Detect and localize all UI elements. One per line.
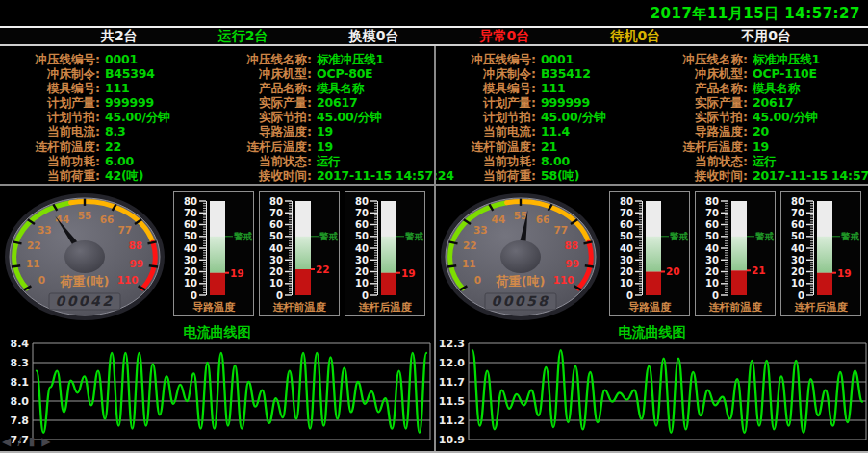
thermo-scale-label: 60 — [355, 219, 369, 230]
status-abnormal: 异常0台 — [480, 28, 530, 45]
thermo-scale-label: 0 — [362, 290, 369, 301]
nav-pencil-icon[interactable]: ∕ — [17, 435, 21, 448]
thermo-green-zone — [210, 237, 225, 273]
gauge-tick-label: 66 — [536, 214, 550, 225]
info-label: 当前电流: — [442, 124, 536, 138]
info-label: 冲床机型: — [212, 66, 312, 81]
thermo-label: 连杆前温度 — [273, 301, 327, 314]
info-value: 999999 — [100, 95, 212, 110]
thermo-scale-label: 20 — [791, 266, 804, 277]
status-bar: 共2台 运行2台 换模0台 异常0台 待机0台 不用0台 — [0, 26, 868, 46]
info-value: 19 — [312, 124, 454, 138]
thermo-green-zone — [646, 237, 661, 272]
thermo-scale-label: 40 — [620, 243, 633, 254]
gauge-tick-label: 55 — [78, 210, 92, 221]
info-label: 当前功耗: — [6, 154, 100, 168]
machine-info: 冲压线编号:0001冲压线名称:标准冲压线1冲床制令:B35412冲床机型:OC… — [436, 46, 868, 186]
gauge-tick-label: 33 — [473, 224, 488, 236]
info-label: 冲压线名称: — [212, 52, 312, 66]
info-label: 连杆后温度: — [648, 139, 748, 154]
thermo-scale-label: 40 — [705, 243, 719, 254]
thermo-scale-label: 40 — [791, 243, 804, 254]
thermo-scale-label: 10 — [791, 278, 804, 289]
nav-back-icon[interactable]: ◀ — [2, 435, 11, 448]
thermo-scale-label: 70 — [269, 208, 283, 218]
thermo-scale-label: 50 — [355, 231, 369, 241]
info-value: 0001 — [536, 52, 648, 66]
thermo-label: 连杆后温度 — [795, 301, 849, 314]
info-label: 当前状态: — [212, 154, 312, 168]
thermometer: 01020304050607080警戒20导路温度 — [609, 191, 690, 316]
thermometer: 01020304050607080警戒21连杆前温度 — [695, 191, 776, 316]
thermo-fill — [381, 273, 396, 295]
thermo-scale-label: 80 — [184, 196, 197, 207]
thermo-warn-label: 警戒 — [404, 231, 424, 241]
info-label: 冲压线编号: — [442, 52, 536, 66]
info-value: 45.00/分钟 — [536, 110, 648, 124]
thermo-scale-label: 40 — [269, 243, 283, 254]
gauge-tick-label: 22 — [463, 239, 477, 251]
gauge-tick-label: 0 — [474, 274, 481, 286]
gauge-tick-label: 0 — [38, 274, 45, 286]
thermo-scale-label: 60 — [269, 219, 283, 230]
nav-forward-icon[interactable]: ▶ — [41, 435, 50, 448]
info-value: 运行 — [748, 154, 868, 168]
gauge-tick-label: 77 — [117, 224, 132, 236]
thermo-scale-label: 60 — [705, 219, 719, 230]
thermo-warn-label: 警戒 — [754, 231, 775, 241]
info-label: 导路温度: — [648, 124, 748, 138]
status-mold-change: 换模0台 — [349, 28, 399, 45]
thermometer: 01020304050607080警戒19连杆后温度 — [780, 191, 861, 316]
gauge-tick-label: 44 — [492, 214, 506, 225]
thermo-scale-label: 50 — [791, 231, 804, 241]
gauge-title: 荷重(吨) — [60, 274, 110, 289]
chart-title: 电流曲线图 — [436, 325, 868, 340]
thermo-scale-label: 60 — [791, 219, 804, 230]
thermo-fill — [731, 270, 747, 295]
current-chart-section: 电流曲线图8.48.38.18.07.87.7 ◀ ∕ ▮ ▶ — [0, 325, 434, 451]
nav-stop-icon[interactable]: ▮ — [29, 435, 36, 448]
gauge-hub — [64, 240, 105, 273]
chart-y-label: 12.3 — [439, 340, 465, 350]
thermo-scale-label: 30 — [355, 255, 369, 265]
thermo-scale-label: 10 — [355, 278, 369, 289]
thermo-fill — [646, 272, 661, 296]
info-label: 当前荷重: — [442, 168, 536, 183]
gauge-tick-label: 11 — [26, 258, 40, 269]
thermometers-row: 01020304050607080警戒20导路温度010203040506070… — [609, 191, 861, 316]
thermo-label: 导路温度 — [192, 301, 236, 314]
thermo-scale-label: 80 — [705, 196, 719, 207]
thermo-fill — [210, 273, 225, 295]
thermo-label: 导路温度 — [628, 301, 672, 314]
gauge-tick-label: 33 — [38, 224, 52, 236]
gauge-tick-label: 110 — [117, 274, 139, 286]
thermo-scale-label: 80 — [269, 196, 283, 207]
chart-y-label: 8.1 — [11, 376, 30, 389]
status-total: 共2台 — [101, 28, 138, 45]
current-line-chart: 12.312.011.711.511.210.9 — [436, 340, 868, 447]
status-unused: 不用0台 — [741, 28, 791, 45]
machine-info: 冲压线编号:0001冲压线名称:标准冲压线1冲床制令:B45394冲床机型:OC… — [0, 46, 434, 186]
machine-info-grid: 冲压线编号:0001冲压线名称:标准冲压线1冲床制令:B35412冲床机型:OC… — [442, 52, 868, 183]
info-label: 实际节拍: — [212, 110, 312, 124]
thermo-warn-label: 警戒 — [840, 231, 860, 241]
thermo-scale-label: 50 — [184, 231, 197, 241]
gauge-tick — [585, 265, 594, 266]
thermo-scale-label: 10 — [620, 278, 633, 289]
gauge-tick-label: 99 — [129, 258, 143, 269]
thermo-value: 19 — [230, 267, 244, 279]
thermo-scale-label: 30 — [269, 255, 283, 265]
gauge-section: 0112233445566778899110荷重(吨)0005801020304… — [436, 186, 868, 325]
thermo-scale-label: 10 — [184, 278, 197, 289]
thermo-scale-label: 30 — [705, 255, 719, 265]
chart-y-label: 11.2 — [439, 415, 465, 427]
info-label: 连杆后温度: — [212, 139, 312, 154]
gauge-tick-label: 77 — [553, 224, 568, 236]
thermo-scale-label: 30 — [791, 255, 804, 265]
info-value: 45.00/分钟 — [312, 110, 454, 124]
info-label: 实际产量: — [648, 95, 748, 110]
thermo-scale-label: 70 — [705, 208, 719, 218]
info-value: 运行 — [312, 154, 454, 168]
thermo-label: 连杆前温度 — [709, 301, 763, 314]
thermo-scale-label: 50 — [620, 231, 633, 241]
